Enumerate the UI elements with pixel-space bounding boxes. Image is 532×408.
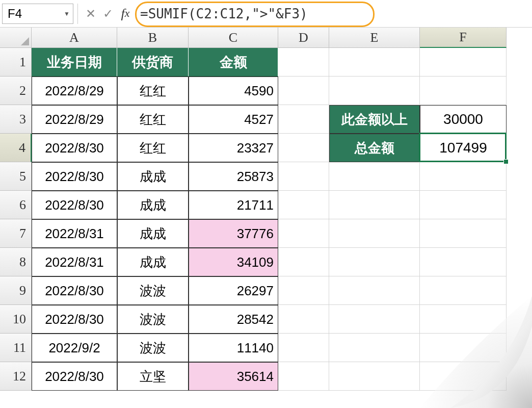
cell-supplier-2[interactable]: 红红 bbox=[117, 76, 189, 105]
cell-D6[interactable] bbox=[278, 191, 329, 219]
cell-supplier-7[interactable]: 成成 bbox=[117, 219, 189, 248]
cell-amount-12[interactable]: 35614 bbox=[189, 362, 278, 391]
cell-date-3[interactable]: 2022/8/29 bbox=[32, 105, 117, 134]
cell-E10[interactable] bbox=[329, 305, 420, 334]
name-box[interactable]: F4 ▼ bbox=[2, 4, 73, 24]
cell-D12[interactable] bbox=[278, 362, 329, 391]
cell-D3[interactable] bbox=[278, 105, 329, 134]
formula-text: =SUMIF(C2:C12,">"&F3) bbox=[140, 6, 308, 21]
column-header-C[interactable]: C bbox=[189, 28, 278, 48]
formula-input[interactable]: =SUMIF(C2:C12,">"&F3) bbox=[134, 4, 532, 24]
row-header-4[interactable]: 4 bbox=[0, 134, 32, 162]
cell-D4[interactable] bbox=[278, 134, 329, 162]
cell-F12[interactable] bbox=[420, 362, 507, 391]
cell-date-10[interactable]: 2022/8/30 bbox=[32, 305, 117, 334]
fx-icon[interactable]: fx bbox=[117, 4, 134, 24]
cell-D5[interactable] bbox=[278, 162, 329, 191]
cell-F11[interactable] bbox=[420, 334, 507, 362]
cell-supplier-3[interactable]: 红红 bbox=[117, 105, 189, 134]
row-header-1[interactable]: 1 bbox=[0, 48, 32, 76]
cell-amount-7[interactable]: 37776 bbox=[189, 219, 278, 248]
row-header-7[interactable]: 7 bbox=[0, 219, 32, 248]
name-box-dropdown-icon[interactable]: ▼ bbox=[64, 10, 70, 17]
cell-date-12[interactable]: 2022/8/30 bbox=[32, 362, 117, 391]
cell-E2[interactable] bbox=[329, 76, 420, 105]
column-header-E[interactable]: E bbox=[329, 28, 420, 48]
cancel-icon[interactable]: ✕ bbox=[82, 4, 99, 24]
cell-F1[interactable] bbox=[420, 48, 507, 76]
row-header-10[interactable]: 10 bbox=[0, 305, 32, 334]
cell-D1[interactable] bbox=[278, 48, 329, 76]
column-header-D[interactable]: D bbox=[278, 28, 329, 48]
cell-amount-3[interactable]: 4527 bbox=[189, 105, 278, 134]
cell-date-5[interactable]: 2022/8/30 bbox=[32, 162, 117, 191]
column-header-F[interactable]: F bbox=[420, 28, 507, 48]
cell-D11[interactable] bbox=[278, 334, 329, 362]
cell-E1[interactable] bbox=[329, 48, 420, 76]
cell-amount-10[interactable]: 28542 bbox=[189, 305, 278, 334]
row-header-9[interactable]: 9 bbox=[0, 276, 32, 305]
fill-handle[interactable] bbox=[503, 159, 509, 164]
cell-supplier-10[interactable]: 波波 bbox=[117, 305, 189, 334]
cell-date-9[interactable]: 2022/8/30 bbox=[32, 276, 117, 305]
cell-D9[interactable] bbox=[278, 276, 329, 305]
cell-F8[interactable] bbox=[420, 248, 507, 276]
cell-amount-8[interactable]: 34109 bbox=[189, 248, 278, 276]
column-header-B[interactable]: B bbox=[117, 28, 189, 48]
cell-F5[interactable] bbox=[420, 162, 507, 191]
cell-F9[interactable] bbox=[420, 276, 507, 305]
cell-supplier-12[interactable]: 立坚 bbox=[117, 362, 189, 391]
cell-supplier-6[interactable]: 成成 bbox=[117, 191, 189, 219]
column-header-A[interactable]: A bbox=[32, 28, 117, 48]
cell-date-8[interactable]: 2022/8/31 bbox=[32, 248, 117, 276]
cell-date-7[interactable]: 2022/8/31 bbox=[32, 219, 117, 248]
cell-E8[interactable] bbox=[329, 248, 420, 276]
cell-F6[interactable] bbox=[420, 191, 507, 219]
header-amount: 金额 bbox=[189, 48, 278, 76]
threshold-value[interactable]: 30000 bbox=[420, 105, 507, 134]
cell-E5[interactable] bbox=[329, 162, 420, 191]
row-header-2[interactable]: 2 bbox=[0, 76, 32, 105]
cell-amount-2[interactable]: 4590 bbox=[189, 76, 278, 105]
cell-F10[interactable] bbox=[420, 305, 507, 334]
cell-supplier-9[interactable]: 波波 bbox=[117, 276, 189, 305]
cell-supplier-11[interactable]: 波波 bbox=[117, 334, 189, 362]
cell-date-2[interactable]: 2022/8/29 bbox=[32, 76, 117, 105]
cell-supplier-4[interactable]: 红红 bbox=[117, 134, 189, 162]
cell-date-6[interactable]: 2022/8/30 bbox=[32, 191, 117, 219]
spreadsheet-grid[interactable]: ABCDEF 123456789101112 业务日期供货商金额2022/8/2… bbox=[0, 28, 532, 408]
formula-bar: F4 ▼ ✕ ✓ fx =SUMIF(C2:C12,">"&F3) bbox=[0, 0, 532, 28]
cell-amount-9[interactable]: 26297 bbox=[189, 276, 278, 305]
cell-D7[interactable] bbox=[278, 219, 329, 248]
row-header-6[interactable]: 6 bbox=[0, 191, 32, 219]
row-header-3[interactable]: 3 bbox=[0, 105, 32, 134]
cell-supplier-8[interactable]: 成成 bbox=[117, 248, 189, 276]
row-header-12[interactable]: 12 bbox=[0, 362, 32, 391]
cell-supplier-5[interactable]: 成成 bbox=[117, 162, 189, 191]
cell-D2[interactable] bbox=[278, 76, 329, 105]
name-box-value: F4 bbox=[8, 7, 22, 21]
cell-E11[interactable] bbox=[329, 334, 420, 362]
row-header-8[interactable]: 8 bbox=[0, 248, 32, 276]
row-header-5[interactable]: 5 bbox=[0, 162, 32, 191]
cell-grid: 业务日期供货商金额2022/8/29红红45902022/8/29红红4527此… bbox=[32, 48, 507, 391]
cell-date-4[interactable]: 2022/8/30 bbox=[32, 134, 117, 162]
select-all-corner[interactable] bbox=[0, 28, 32, 48]
cell-D10[interactable] bbox=[278, 305, 329, 334]
cell-amount-6[interactable]: 21711 bbox=[189, 191, 278, 219]
cell-amount-5[interactable]: 25873 bbox=[189, 162, 278, 191]
cell-F2[interactable] bbox=[420, 76, 507, 105]
cell-E12[interactable] bbox=[329, 362, 420, 391]
cell-date-11[interactable]: 2022/9/2 bbox=[32, 334, 117, 362]
enter-icon[interactable]: ✓ bbox=[99, 4, 117, 24]
cell-amount-4[interactable]: 23327 bbox=[189, 134, 278, 162]
header-date: 业务日期 bbox=[32, 48, 117, 76]
cell-D8[interactable] bbox=[278, 248, 329, 276]
cell-E6[interactable] bbox=[329, 191, 420, 219]
row-header-11[interactable]: 11 bbox=[0, 334, 32, 362]
total-value[interactable]: 107499 bbox=[420, 134, 507, 162]
cell-F7[interactable] bbox=[420, 219, 507, 248]
cell-E7[interactable] bbox=[329, 219, 420, 248]
cell-amount-11[interactable]: 11140 bbox=[189, 334, 278, 362]
cell-E9[interactable] bbox=[329, 276, 420, 305]
